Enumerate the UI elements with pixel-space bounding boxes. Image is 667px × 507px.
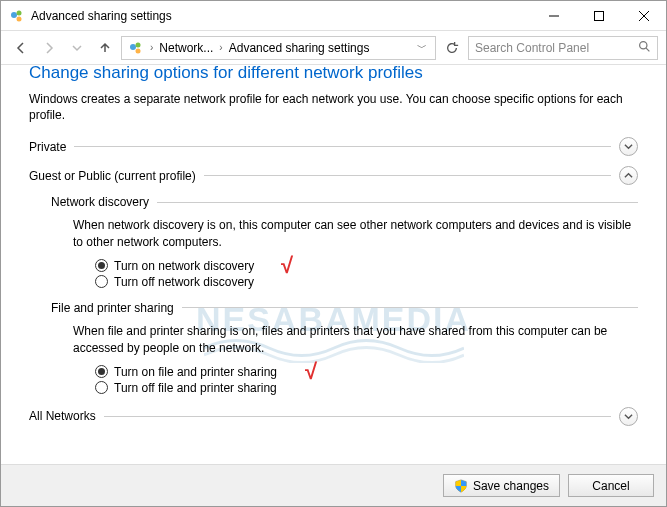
section-private[interactable]: Private	[29, 137, 638, 156]
file-printer-radios: Turn on file and printer sharing √ Turn …	[95, 365, 638, 395]
search-icon[interactable]	[638, 40, 651, 56]
footer: Save changes Cancel	[1, 464, 666, 506]
forward-button[interactable]	[37, 36, 61, 60]
close-button[interactable]	[621, 1, 666, 31]
titlebar: Advanced sharing settings	[1, 1, 666, 31]
navbar: › Network... › Advanced sharing settings…	[1, 31, 666, 65]
svg-point-7	[130, 44, 136, 50]
network-discovery-desc: When network discovery is on, this compu…	[73, 217, 638, 251]
divider	[74, 146, 611, 147]
content-area: NESABAMEDIA Change sharing options for d…	[1, 65, 666, 465]
breadcrumb-segment-network[interactable]: Network...	[155, 41, 217, 55]
app-icon	[9, 8, 25, 24]
svg-line-11	[646, 48, 649, 51]
subsection-file-printer: File and printer sharing	[51, 301, 638, 315]
search-box[interactable]	[468, 36, 658, 60]
radio-label: Turn on network discovery	[114, 259, 254, 273]
breadcrumb[interactable]: › Network... › Advanced sharing settings…	[121, 36, 436, 60]
guest-public-body: Network discovery When network discovery…	[51, 195, 638, 394]
intro-text: Windows creates a separate network profi…	[29, 91, 638, 123]
svg-point-10	[640, 41, 647, 48]
section-all-networks[interactable]: All Networks	[29, 407, 638, 426]
save-changes-button[interactable]: Save changes	[443, 474, 560, 497]
section-private-label: Private	[29, 140, 74, 154]
chevron-up-icon[interactable]	[619, 166, 638, 185]
divider	[157, 202, 638, 203]
chevron-right-icon: ›	[217, 42, 224, 53]
maximize-button[interactable]	[576, 1, 621, 31]
radio-icon	[95, 365, 108, 378]
radio-label: Turn off network discovery	[114, 275, 254, 289]
search-input[interactable]	[475, 41, 638, 55]
chevron-down-icon[interactable]	[619, 407, 638, 426]
divider	[104, 416, 611, 417]
svg-point-9	[136, 48, 141, 53]
svg-point-1	[17, 10, 22, 15]
refresh-button[interactable]	[440, 36, 464, 60]
radio-icon	[95, 381, 108, 394]
save-button-label: Save changes	[473, 479, 549, 493]
chevron-right-icon: ›	[148, 42, 155, 53]
section-guest-public-label: Guest or Public (current profile)	[29, 169, 204, 183]
recent-locations-button[interactable]	[65, 36, 89, 60]
cancel-button-label: Cancel	[592, 479, 629, 493]
radio-icon	[95, 275, 108, 288]
breadcrumb-dropdown-icon[interactable]: ﹀	[411, 41, 433, 55]
radio-file-printer-on[interactable]: Turn on file and printer sharing √	[95, 365, 638, 379]
window-title: Advanced sharing settings	[31, 9, 172, 23]
file-printer-title: File and printer sharing	[51, 301, 182, 315]
radio-label: Turn on file and printer sharing	[114, 365, 277, 379]
minimize-button[interactable]	[531, 1, 576, 31]
svg-point-8	[136, 42, 141, 47]
divider	[204, 175, 611, 176]
radio-label: Turn off file and printer sharing	[114, 381, 277, 395]
radio-file-printer-off[interactable]: Turn off file and printer sharing	[95, 381, 638, 395]
network-discovery-radios: Turn on network discovery √ Turn off net…	[95, 259, 638, 289]
svg-point-0	[11, 12, 17, 18]
divider	[182, 307, 638, 308]
subsection-network-discovery: Network discovery	[51, 195, 638, 209]
cancel-button[interactable]: Cancel	[568, 474, 654, 497]
radio-network-discovery-on[interactable]: Turn on network discovery √	[95, 259, 638, 273]
chevron-down-icon[interactable]	[619, 137, 638, 156]
section-guest-public[interactable]: Guest or Public (current profile)	[29, 166, 638, 185]
breadcrumb-icon	[128, 40, 144, 56]
up-button[interactable]	[93, 36, 117, 60]
page-heading: Change sharing options for different net…	[29, 65, 638, 83]
back-button[interactable]	[9, 36, 33, 60]
shield-icon	[454, 479, 468, 493]
network-discovery-title: Network discovery	[51, 195, 157, 209]
radio-network-discovery-off[interactable]: Turn off network discovery	[95, 275, 638, 289]
section-all-networks-label: All Networks	[29, 409, 104, 423]
file-printer-desc: When file and printer sharing is on, fil…	[73, 323, 638, 357]
svg-point-2	[17, 16, 22, 21]
svg-rect-4	[594, 11, 603, 20]
breadcrumb-segment-current[interactable]: Advanced sharing settings	[225, 41, 374, 55]
radio-icon	[95, 259, 108, 272]
